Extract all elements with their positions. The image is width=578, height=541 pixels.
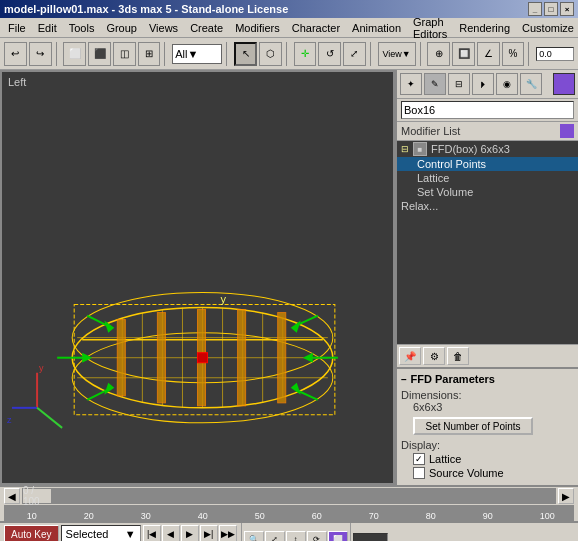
go-start-btn[interactable]: |◀	[143, 525, 161, 541]
separator-6	[420, 42, 424, 66]
object-name-input[interactable]	[401, 101, 574, 119]
undo-button[interactable]: ↩	[4, 42, 27, 66]
menu-rendering[interactable]: Rendering	[453, 20, 516, 36]
timeline-right-scroll[interactable]: ▶	[558, 488, 574, 504]
menu-modifiers[interactable]: Modifiers	[229, 20, 286, 36]
timeline-bar: ◀ 0 / 100 ▶	[0, 485, 578, 505]
menu-animation[interactable]: Animation	[346, 20, 407, 36]
modify-panel-btn[interactable]: ✎	[424, 73, 446, 95]
select-button4[interactable]: ⊞	[138, 42, 161, 66]
create-panel-btn[interactable]: ✦	[400, 73, 422, 95]
view-nav5[interactable]: ⬜	[328, 531, 348, 541]
selected-value: Selected	[66, 528, 109, 540]
svg-rect-21	[117, 320, 125, 396]
menu-customize[interactable]: Customize	[516, 20, 578, 36]
view-nav2[interactable]: ⤢	[265, 531, 285, 541]
tick-80: 80	[426, 511, 436, 521]
transform-center[interactable]: ⊕	[427, 42, 450, 66]
menu-bar: File Edit Tools Group Views Create Modif…	[0, 18, 578, 38]
utilities-panel-btn[interactable]: 🔧	[520, 73, 542, 95]
menu-edit[interactable]: Edit	[32, 20, 63, 36]
selected-combo[interactable]: Selected ▼	[61, 525, 141, 541]
modifier-relax[interactable]: Relax...	[397, 199, 578, 213]
tick-100: 100	[540, 511, 555, 521]
svg-marker-31	[303, 353, 313, 363]
window-controls[interactable]: _ □ ×	[528, 2, 574, 16]
hierarchy-panel-btn[interactable]: ⊟	[448, 73, 470, 95]
coord-system[interactable]: View▼	[378, 42, 416, 66]
transform-input[interactable]: 0.0	[536, 47, 574, 61]
current-frame-display[interactable]: 0	[353, 533, 388, 541]
select-button2[interactable]: ⬛	[88, 42, 111, 66]
modifier-lattice[interactable]: Lattice	[397, 171, 578, 185]
control-points-label: Control Points	[417, 158, 486, 170]
svg-text:y: y	[39, 363, 44, 373]
frame-counter: 0 / 100	[22, 488, 52, 504]
next-frame-btn[interactable]: ▶|	[200, 525, 218, 541]
rotate-button[interactable]: ↺	[318, 42, 341, 66]
display-label-row: Display:	[401, 439, 574, 451]
menu-views[interactable]: Views	[143, 20, 184, 36]
params-collapse-btn[interactable]: –	[401, 374, 407, 385]
auto-key-button[interactable]: Auto Key	[4, 525, 59, 541]
tick-60: 60	[312, 511, 322, 521]
select-region2-button[interactable]: ⬡	[259, 42, 282, 66]
modifier-controls: 📌 ⚙ 🗑	[397, 344, 578, 367]
modifier-list[interactable]: ⊟ ■ FFD(box) 6x6x3 Control Points Lattic…	[397, 141, 578, 344]
set-number-btn[interactable]: Set Number of Points	[413, 417, 533, 435]
params-title: FFD Parameters	[411, 373, 495, 385]
menu-file[interactable]: File	[2, 20, 32, 36]
dimensions-label: Dimensions:	[401, 389, 462, 401]
ffd-parameters: – FFD Parameters Dimensions: 6x6x3 Set N…	[397, 367, 578, 485]
timeline-slider[interactable]: 0 / 100	[22, 488, 556, 504]
svg-line-4	[37, 408, 62, 428]
combo-arrow-icon: ▼	[187, 48, 198, 60]
select-button3[interactable]: ◫	[113, 42, 136, 66]
view-nav4[interactable]: ⟳	[307, 531, 327, 541]
redo-button[interactable]: ↪	[29, 42, 52, 66]
scale-button[interactable]: ⤢	[343, 42, 366, 66]
play-all-btn[interactable]: ▶▶	[219, 525, 237, 541]
top-key-row: Auto Key Selected ▼ |◀ ◀ ▶ ▶| ▶▶	[4, 525, 237, 541]
menu-tools[interactable]: Tools	[63, 20, 101, 36]
modifier-set-volume[interactable]: Set Volume	[397, 185, 578, 199]
motion-panel-btn[interactable]: ⏵	[472, 73, 494, 95]
pin-stack-btn[interactable]: 📌	[399, 347, 421, 365]
source-volume-checkbox[interactable]	[413, 467, 425, 479]
modifier-control-points[interactable]: Control Points	[397, 157, 578, 171]
angle-snap[interactable]: ∠	[477, 42, 500, 66]
viewport-left[interactable]: Left y z	[0, 70, 395, 485]
remove-modifier-btn[interactable]: 🗑	[447, 347, 469, 365]
configure-btn[interactable]: ⚙	[423, 347, 445, 365]
object-color-swatch[interactable]	[553, 73, 575, 95]
select-region-button[interactable]: ⬜	[63, 42, 86, 66]
maximize-button[interactable]: □	[544, 2, 558, 16]
ffd-label: FFD(box) 6x6x3	[431, 143, 510, 155]
modifier-dropdown-btn[interactable]	[560, 124, 574, 138]
view-nav1[interactable]: 🔍	[244, 531, 264, 541]
display-panel-btn[interactable]: ◉	[496, 73, 518, 95]
play-btn[interactable]: ▶	[181, 525, 199, 541]
scene-view: y z	[2, 72, 393, 483]
separator-2	[164, 42, 168, 66]
menu-group[interactable]: Group	[100, 20, 143, 36]
menu-graph-editors[interactable]: Graph Editors	[407, 14, 453, 42]
svg-rect-25	[278, 313, 286, 403]
tick-20: 20	[84, 511, 94, 521]
menu-character[interactable]: Character	[286, 20, 346, 36]
select-tool-button[interactable]: ↖	[234, 42, 257, 66]
menu-create[interactable]: Create	[184, 20, 229, 36]
view-nav3[interactable]: ↕	[286, 531, 306, 541]
separator-3	[226, 42, 230, 66]
percent-snap[interactable]: %	[502, 42, 525, 66]
minimize-button[interactable]: _	[528, 2, 542, 16]
close-button[interactable]: ×	[560, 2, 574, 16]
prev-frame-btn[interactable]: ◀	[162, 525, 180, 541]
lattice-checkbox[interactable]: ✓	[413, 453, 425, 465]
modifier-ffd[interactable]: ⊟ ■ FFD(box) 6x6x3	[397, 141, 578, 157]
timeline-left-scroll[interactable]: ◀	[4, 488, 20, 504]
move-button[interactable]: ✛	[294, 42, 317, 66]
lattice-label: Lattice	[429, 453, 461, 465]
selection-filter-combo[interactable]: All ▼	[172, 44, 222, 64]
snap-toggle[interactable]: 🔲	[452, 42, 475, 66]
